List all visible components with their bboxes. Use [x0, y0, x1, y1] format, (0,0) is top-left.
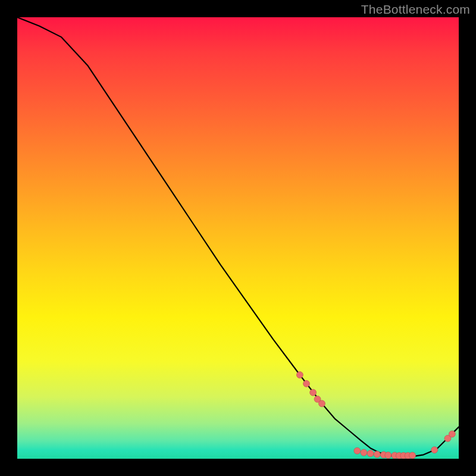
data-point — [374, 451, 380, 458]
data-point — [449, 431, 455, 437]
watermark-text: TheBottleneck.com — [361, 2, 470, 17]
plot-outer — [17, 17, 459, 459]
data-point — [385, 452, 392, 459]
data-point — [431, 447, 438, 453]
chart-frame: TheBottleneck.com — [0, 0, 476, 476]
curve-layer — [17, 17, 459, 459]
data-point — [303, 380, 310, 387]
data-point — [409, 452, 416, 459]
data-point — [354, 447, 361, 454]
data-point — [310, 389, 317, 396]
bottleneck-curve — [17, 17, 459, 456]
data-point — [367, 450, 374, 457]
data-points-group — [296, 372, 455, 459]
plot-area — [17, 17, 459, 459]
data-point — [296, 372, 303, 378]
data-point — [361, 449, 367, 456]
data-point — [318, 400, 325, 407]
